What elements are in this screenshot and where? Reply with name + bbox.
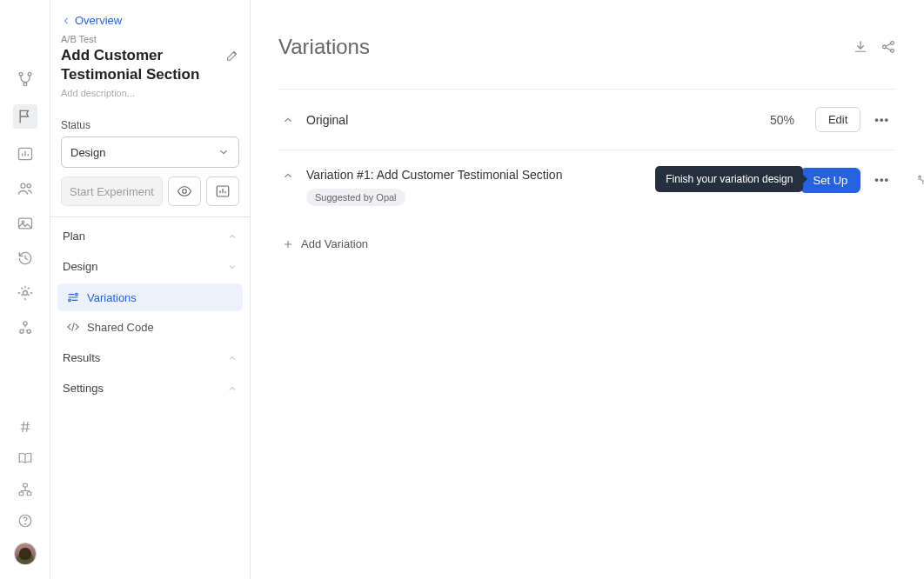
help-icon[interactable]	[16, 511, 35, 530]
add-variation-button[interactable]: Add Variation	[278, 223, 896, 264]
start-experiment-button[interactable]: Start Experiment	[61, 176, 163, 206]
collapse-icon[interactable]	[282, 114, 296, 126]
chevron-down-icon	[227, 262, 238, 272]
history-icon[interactable]	[16, 249, 35, 268]
svg-point-1	[28, 72, 31, 76]
chart-icon[interactable]	[16, 144, 35, 163]
svg-point-20	[69, 299, 71, 302]
book-icon[interactable]	[16, 449, 35, 468]
variation-row-1: Variation #1: Add Customer Testimonial S…	[278, 150, 896, 223]
audiences-icon[interactable]	[16, 179, 35, 198]
kicker-label: A/B Test	[61, 34, 239, 44]
experiment-title: Add Customer Testimonial Section	[61, 46, 220, 84]
back-overview-link[interactable]: Overview	[61, 14, 239, 27]
status-value: Design	[70, 146, 105, 159]
suggested-badge: Suggested by Opal	[306, 189, 405, 206]
analytics-button[interactable]	[206, 176, 239, 206]
svg-rect-13	[19, 492, 23, 496]
description-placeholder[interactable]: Add description...	[61, 88, 239, 98]
variation-row-original: Original 50% Edit •••	[278, 89, 896, 150]
hash-icon[interactable]	[16, 417, 35, 436]
share-icon[interactable]	[880, 39, 896, 55]
nav-plan[interactable]: Plan	[57, 221, 243, 251]
page-title: Variations	[278, 35, 370, 59]
plus-icon	[282, 238, 294, 250]
chevron-up-icon	[227, 383, 238, 394]
nav-settings[interactable]: Settings	[57, 373, 243, 403]
svg-point-17	[183, 190, 187, 194]
variation-name: Original	[306, 113, 760, 127]
more-icon[interactable]: •••	[871, 113, 893, 126]
edit-button[interactable]: Edit	[815, 107, 860, 132]
svg-rect-12	[23, 483, 27, 487]
chevron-down-icon	[218, 146, 230, 158]
svg-point-8	[23, 291, 27, 296]
svg-point-16	[24, 523, 25, 524]
status-label: Status	[61, 119, 239, 131]
modules-icon[interactable]	[16, 318, 35, 337]
more-icon[interactable]: •••	[871, 173, 893, 186]
svg-point-5	[27, 184, 30, 188]
svg-point-11	[27, 329, 30, 333]
svg-point-10	[19, 329, 23, 333]
settings-gear-icon[interactable]	[16, 283, 35, 303]
setup-button[interactable]: Set Up	[800, 168, 861, 193]
variation-percent: 50%	[770, 113, 794, 127]
svg-point-19	[76, 294, 78, 296]
svg-point-2	[23, 83, 27, 86]
avatar[interactable]	[14, 542, 37, 565]
nav-shared-code[interactable]: Shared Code	[57, 313, 243, 341]
nav-design[interactable]: Design	[57, 251, 243, 282]
nav-variations[interactable]: Variations	[57, 283, 243, 311]
main-content: Variations Original 50% Edit •••	[251, 0, 924, 579]
icon-rail	[0, 0, 50, 579]
sitemap-icon[interactable]	[16, 480, 35, 499]
collapse-icon[interactable]	[282, 170, 296, 182]
edit-title-icon[interactable]	[225, 49, 239, 63]
svg-point-0	[19, 72, 23, 76]
cursor-icon	[914, 174, 924, 188]
branch-icon[interactable]	[16, 70, 35, 89]
preview-button[interactable]	[168, 176, 201, 206]
flag-icon[interactable]	[13, 104, 37, 129]
svg-point-9	[23, 322, 26, 325]
svg-rect-14	[27, 492, 31, 496]
tooltip: Finish your variation design	[655, 166, 803, 192]
image-icon[interactable]	[16, 214, 35, 233]
download-icon[interactable]	[853, 39, 868, 55]
nav-results[interactable]: Results	[57, 343, 243, 373]
chevron-up-icon	[227, 353, 238, 363]
back-label: Overview	[75, 14, 122, 27]
chevron-up-icon	[227, 231, 238, 242]
left-panel: Overview A/B Test Add Customer Testimoni…	[50, 0, 251, 579]
svg-point-4	[21, 183, 25, 188]
status-select[interactable]: Design	[61, 136, 239, 168]
